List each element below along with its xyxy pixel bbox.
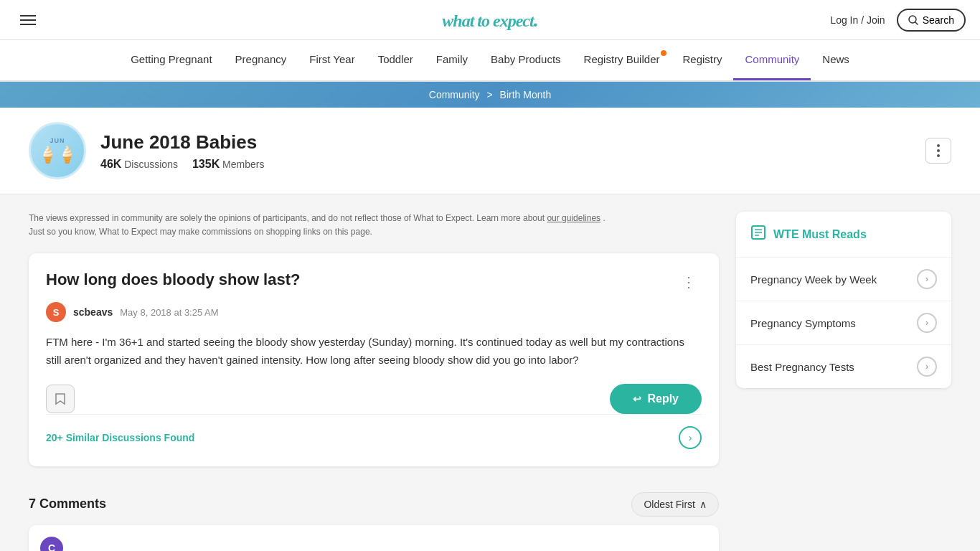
sort-button[interactable]: Oldest First ∧ (631, 492, 719, 517)
discussions-count: 46K (100, 158, 121, 170)
sort-label: Oldest First (644, 499, 695, 510)
disclaimer: The views expressed in community are sol… (29, 212, 719, 239)
search-label: Search (923, 14, 954, 26)
comments-header: 7 Comments Oldest First ∧ (29, 481, 719, 525)
group-header: JUN 🍦🍦 June 2018 Babies 46K Discussions … (0, 108, 980, 194)
discussions-label: Discussions (124, 159, 178, 170)
content-area: The views expressed in community are sol… (0, 194, 980, 551)
nav-item-community[interactable]: Community (733, 40, 811, 80)
comment-avatar: C (40, 537, 63, 551)
main-column: The views expressed in community are sol… (29, 212, 719, 551)
post-body: FTM here - I'm 36+1 and started seeing t… (46, 334, 702, 369)
similar-discussions-link[interactable]: 20+ Similar Discussions Found (46, 432, 194, 443)
group-emoji: 🍦🍦 (38, 146, 77, 164)
search-icon (908, 15, 918, 25)
login-button[interactable]: Log In / Join (830, 14, 885, 26)
sidebar-item-chevron: › (917, 313, 937, 333)
comments-count: 7 Comments (29, 496, 106, 512)
post-author-avatar: S (46, 302, 66, 322)
members-label: Members (222, 159, 264, 170)
disclaimer-text3: Just so you know, What to Expect may mak… (29, 227, 372, 237)
group-more-button[interactable] (925, 138, 951, 164)
breadcrumb-banner: Community > Birth Month (0, 82, 980, 108)
nav-item-toddler[interactable]: Toddler (367, 40, 425, 80)
reply-label: Reply (647, 392, 679, 405)
group-info: June 2018 Babies 46K Discussions 135K Me… (100, 131, 264, 171)
group-title: June 2018 Babies (100, 131, 264, 154)
wte-must-reads-card: WTE Must Reads Pregnancy Week by Week › … (736, 212, 951, 388)
bookmark-icon (55, 392, 66, 405)
sidebar-item-tests[interactable]: Best Pregnancy Tests › (736, 345, 951, 388)
post-card: How long does bloody show last? ⋮ S scbe… (29, 253, 719, 466)
sidebar-item-chevron: › (917, 269, 937, 289)
sort-chevron-icon: ∧ (699, 499, 707, 510)
logo-text: what to expect. (442, 11, 537, 30)
nav-item-family[interactable]: Family (425, 40, 479, 80)
reply-icon: ↩ (633, 393, 641, 405)
reply-button[interactable]: ↩ Reply (610, 384, 702, 414)
post-author-name: scbeavs (73, 306, 113, 318)
sidebar-item-pregnancy-week[interactable]: Pregnancy Week by Week › (736, 258, 951, 301)
group-stats: 46K Discussions 135K Members (100, 158, 264, 171)
logo-dot: . (534, 9, 538, 31)
post-actions: ↩ Reply (46, 384, 702, 414)
hamburger-menu[interactable] (14, 9, 42, 31)
sidebar-item-label: Pregnancy Week by Week (750, 273, 877, 286)
post-options-button[interactable]: ⋮ (676, 270, 702, 293)
post-header: How long does bloody show last? ⋮ (46, 270, 702, 293)
nav-item-registry-builder[interactable]: Registry Builder (573, 40, 672, 80)
svg-line-1 (915, 22, 918, 24)
group-month: JUN (50, 137, 65, 144)
sidebar-item-chevron: › (917, 357, 937, 377)
disclaimer-text1: The views expressed in community are sol… (29, 213, 547, 223)
breadcrumb-community[interactable]: Community (429, 89, 480, 100)
nav-item-baby-products[interactable]: Baby Products (479, 40, 573, 80)
members-stat: 135K Members (192, 158, 265, 171)
similar-discussions-arrow[interactable]: › (679, 426, 702, 449)
registry-badge (661, 50, 666, 56)
comment-card: C (29, 525, 719, 551)
disclaimer-period: . (603, 213, 605, 223)
members-count: 135K (192, 158, 220, 170)
site-logo[interactable]: what to expect. (442, 9, 537, 32)
main-navigation: Getting Pregnant Pregnancy First Year To… (0, 40, 980, 82)
post-title: How long does bloody show last? (46, 270, 300, 289)
top-right-actions: Log In / Join Search (830, 9, 966, 32)
wte-must-reads-title: WTE Must Reads (773, 228, 867, 241)
post-date: May 8, 2018 at 3:25 AM (120, 307, 218, 318)
nav-item-registry[interactable]: Registry (671, 40, 733, 80)
sidebar: WTE Must Reads Pregnancy Week by Week › … (736, 212, 951, 388)
similar-discussions-row: 20+ Similar Discussions Found › (46, 414, 702, 449)
wte-must-reads-header: WTE Must Reads (736, 212, 951, 258)
nav-item-pregnancy[interactable]: Pregnancy (224, 40, 298, 80)
group-icon-inner: JUN 🍦🍦 (38, 137, 77, 164)
wte-reads-icon (750, 225, 766, 244)
breadcrumb-current: Birth Month (500, 89, 552, 100)
bookmark-button[interactable] (46, 385, 75, 413)
search-button[interactable]: Search (897, 9, 966, 32)
post-meta: S scbeavs May 8, 2018 at 3:25 AM (46, 302, 702, 322)
discussions-stat: 46K Discussions (100, 158, 178, 171)
guidelines-link[interactable]: our guidelines (547, 213, 600, 223)
sidebar-item-label: Best Pregnancy Tests (750, 361, 854, 373)
top-bar: what to expect. Log In / Join Search (0, 0, 980, 40)
sidebar-item-symptoms[interactable]: Pregnancy Symptoms › (736, 301, 951, 345)
sidebar-item-label: Pregnancy Symptoms (750, 317, 856, 329)
group-icon: JUN 🍦🍦 (29, 122, 86, 179)
breadcrumb-separator: > (487, 89, 493, 100)
nav-item-news[interactable]: News (811, 40, 861, 80)
nav-item-first-year[interactable]: First Year (298, 40, 366, 80)
nav-item-getting-pregnant[interactable]: Getting Pregnant (119, 40, 223, 80)
